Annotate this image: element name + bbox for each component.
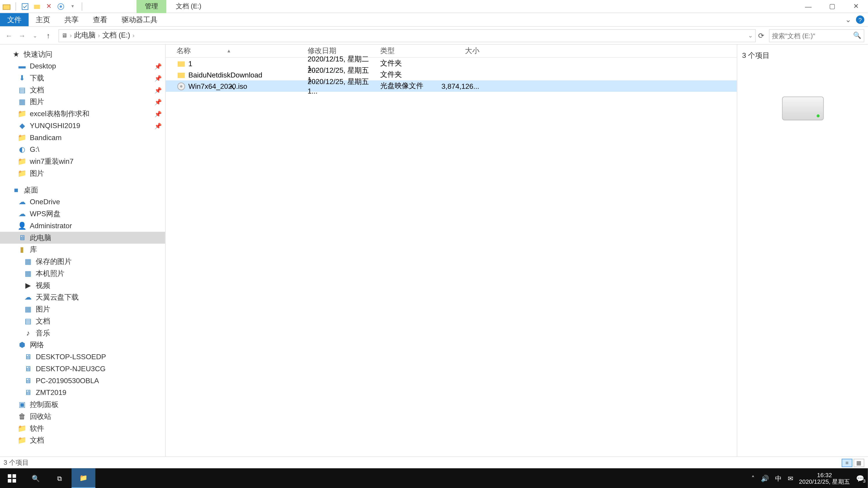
tree-documents[interactable]: ▤文档📌 bbox=[0, 84, 165, 96]
tree-yunqishi[interactable]: ◆YUNQISHI2019📌 bbox=[0, 120, 165, 132]
tree-net-pc2[interactable]: 🖥DESKTOP-NJEU3CG bbox=[0, 363, 165, 375]
pc-icon: 🖥 bbox=[24, 365, 32, 373]
qat-properties-icon[interactable] bbox=[21, 2, 29, 10]
nav-back-button[interactable]: ← bbox=[4, 30, 14, 41]
file-row[interactable]: BaiduNetdiskDownload2020/12/25, 星期五 1...… bbox=[166, 69, 737, 80]
breadcrumb-pc[interactable]: 此电脑 bbox=[74, 30, 96, 40]
tree-tianyi[interactable]: ☁天翼云盘下载 bbox=[0, 291, 165, 303]
tree-gdrive[interactable]: ◐G:\ bbox=[0, 144, 165, 156]
tray-overflow-icon[interactable]: ˄ bbox=[751, 475, 755, 482]
tray-ime-icon[interactable]: 中 bbox=[775, 474, 782, 483]
tree-music[interactable]: ♪音乐 bbox=[0, 327, 165, 339]
pin-icon: 📌 bbox=[154, 110, 162, 117]
tree-network[interactable]: ⬢网络 bbox=[0, 339, 165, 351]
tree-net-pc4[interactable]: 🖥ZMT2019 bbox=[0, 387, 165, 398]
app-folder-icon: ◆ bbox=[18, 122, 26, 130]
minimize-button[interactable]: — bbox=[796, 0, 820, 13]
tab-drive-tools[interactable]: 驱动器工具 bbox=[114, 13, 164, 26]
tray-action-center-icon[interactable]: 💬3 bbox=[856, 475, 864, 482]
title-bar: ✕ ▾ 管理 文档 (E:) — ▢ ✕ bbox=[0, 0, 868, 13]
file-row[interactable]: Win7x64_2020.iso2020/12/25, 星期五 1...光盘映像… bbox=[166, 80, 737, 92]
tree-bandicam[interactable]: 📁Bandicam bbox=[0, 132, 165, 144]
nav-row: ← → ⌄ ↑ 🖥 › 此电脑 › 文档 (E:) › ⌄ ⟳ 🔍 bbox=[0, 27, 868, 45]
tree-camera-roll[interactable]: ▦本机照片 bbox=[0, 267, 165, 280]
tree-win7[interactable]: 📁win7重装win7 bbox=[0, 156, 165, 167]
col-name[interactable]: 名称▲ bbox=[177, 46, 308, 56]
tree-admin[interactable]: 👤Administrator bbox=[0, 220, 165, 232]
tree-desktop-root[interactable]: ■桌面 bbox=[0, 184, 165, 196]
tree-quick-access[interactable]: ★快速访问 bbox=[0, 48, 165, 60]
view-icons-button[interactable]: ▦ bbox=[854, 458, 864, 467]
qat-dropdown-icon[interactable]: ▾ bbox=[68, 2, 77, 10]
task-view-button[interactable]: ⧉ bbox=[48, 468, 71, 488]
picture-icon: ▦ bbox=[24, 257, 32, 266]
tree-documents2[interactable]: ▤文档 bbox=[0, 315, 165, 327]
tree-video[interactable]: ▶视频 bbox=[0, 280, 165, 291]
qat-settings-icon[interactable] bbox=[57, 2, 65, 10]
tree-pictures[interactable]: ▦图片📌 bbox=[0, 96, 165, 108]
tab-file[interactable]: 文件 bbox=[0, 13, 29, 26]
nav-tree[interactable]: ★快速访问 ▬Desktop📌 ⬇下载📌 ▤文档📌 ▦图片📌 📁excel表格制… bbox=[0, 45, 166, 456]
tab-view[interactable]: 查看 bbox=[86, 13, 115, 26]
quick-access-toolbar: ✕ ▾ bbox=[0, 2, 86, 10]
tab-home[interactable]: 主页 bbox=[29, 13, 57, 26]
close-button[interactable]: ✕ bbox=[844, 0, 868, 13]
chevron-right-icon[interactable]: › bbox=[132, 32, 134, 39]
breadcrumb-drive[interactable]: 文档 (E:) bbox=[102, 30, 130, 40]
start-button[interactable] bbox=[0, 468, 24, 488]
ribbon-expand-icon[interactable]: ⌄ bbox=[845, 15, 851, 24]
nav-up-button[interactable]: ↑ bbox=[43, 30, 54, 41]
music-icon: ♪ bbox=[24, 329, 32, 337]
col-type[interactable]: 类型 bbox=[380, 46, 440, 56]
tree-net-pc3[interactable]: 🖥PC-20190530OBLA bbox=[0, 375, 165, 387]
chevron-right-icon[interactable]: › bbox=[70, 32, 72, 39]
tree-recycle-bin[interactable]: 🗑回收站 bbox=[0, 411, 165, 422]
tree-downloads[interactable]: ⬇下载📌 bbox=[0, 72, 165, 84]
pc-icon: 🖥 bbox=[24, 388, 32, 397]
tree-pictures2[interactable]: 📁图片 bbox=[0, 167, 165, 180]
tree-libraries[interactable]: ▮库 bbox=[0, 244, 165, 256]
taskbar-search-button[interactable]: 🔍 bbox=[24, 468, 48, 488]
tree-pictures3[interactable]: ▦图片 bbox=[0, 303, 165, 315]
file-row[interactable]: 12020/12/15, 星期二 1...文件夹 bbox=[166, 58, 737, 69]
view-details-button[interactable]: ≡ bbox=[842, 458, 852, 467]
preview-pane: 3 个项目 bbox=[737, 45, 868, 456]
help-icon[interactable]: ? bbox=[856, 15, 864, 24]
tree-onedrive[interactable]: ☁OneDrive bbox=[0, 196, 165, 208]
refresh-icon[interactable]: ⟳ bbox=[758, 31, 764, 39]
breadcrumb[interactable]: 🖥 › 此电脑 › 文档 (E:) › ⌄ bbox=[58, 29, 756, 42]
tab-share[interactable]: 共享 bbox=[57, 13, 86, 26]
nav-forward-button[interactable]: → bbox=[17, 30, 27, 41]
tray-notification-icon[interactable]: ✉ bbox=[788, 475, 793, 482]
qat-new-folder-icon[interactable] bbox=[33, 2, 41, 10]
tree-documents3[interactable]: 📁文档 bbox=[0, 434, 165, 446]
file-name: BaiduNetdiskDownload bbox=[188, 70, 307, 79]
tree-software[interactable]: 📁软件 bbox=[0, 422, 165, 434]
search-input[interactable] bbox=[772, 32, 853, 39]
tray-clock[interactable]: 16:32 2020/12/25, 星期五 bbox=[799, 472, 850, 485]
pin-icon: 📌 bbox=[154, 98, 162, 105]
qat-delete-icon[interactable]: ✕ bbox=[45, 2, 53, 10]
search-icon[interactable]: 🔍 bbox=[853, 32, 862, 39]
breadcrumb-dropdown-icon[interactable]: ⌄ bbox=[748, 32, 753, 39]
nav-recent-dropdown[interactable]: ⌄ bbox=[30, 30, 40, 41]
tree-wps[interactable]: ☁WPS网盘 bbox=[0, 208, 165, 220]
file-size: 3,874,126... bbox=[440, 82, 482, 90]
search-box[interactable]: 🔍 bbox=[769, 29, 864, 42]
svg-rect-1 bbox=[22, 3, 28, 9]
tree-this-pc[interactable]: 🖥此电脑 bbox=[0, 232, 165, 244]
tray-volume-icon[interactable]: 🔊 bbox=[761, 475, 769, 482]
tree-net-pc1[interactable]: 🖥DESKTOP-LSSOEDP bbox=[0, 351, 165, 363]
tree-saved-pics[interactable]: ▦保存的图片 bbox=[0, 256, 165, 267]
tree-excel-folder[interactable]: 📁excel表格制作求和📌 bbox=[0, 108, 165, 120]
status-bar: 3 个项目 ≡ ▦ bbox=[0, 456, 868, 468]
cloud-icon: ☁ bbox=[18, 198, 26, 206]
taskbar-explorer-button[interactable]: 📁 bbox=[71, 468, 95, 488]
maximize-button[interactable]: ▢ bbox=[820, 0, 844, 13]
tree-desktop[interactable]: ▬Desktop📌 bbox=[0, 60, 165, 72]
col-size[interactable]: 大小 bbox=[440, 46, 482, 56]
ribbon: 文件 主页 共享 查看 驱动器工具 ⌄ ? bbox=[0, 13, 868, 27]
user-icon: 👤 bbox=[18, 222, 26, 230]
chevron-right-icon[interactable]: › bbox=[98, 32, 100, 39]
tree-control-panel[interactable]: ▣控制面板 bbox=[0, 398, 165, 411]
